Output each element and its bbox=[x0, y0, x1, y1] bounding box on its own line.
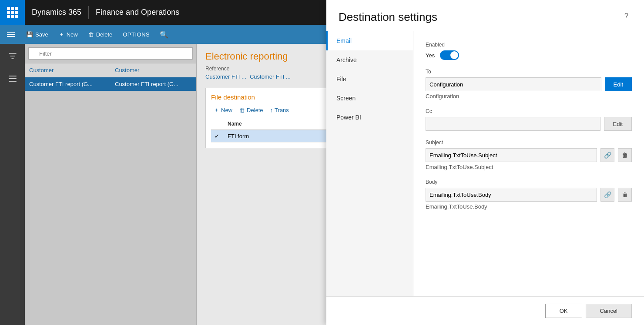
settings-nav-file-label: File bbox=[336, 76, 346, 83]
reference-link-2[interactable]: Customer FTI ... bbox=[250, 73, 291, 80]
file-trans-icon: ↑ bbox=[270, 107, 273, 113]
close-icon: ? bbox=[624, 12, 628, 20]
list-col2-header[interactable]: Customer bbox=[111, 63, 196, 77]
settings-nav-archive-label: Archive bbox=[336, 56, 357, 63]
file-new-plus-icon: ＋ bbox=[214, 106, 219, 114]
hamburger-line-2 bbox=[7, 34, 15, 35]
cc-edit-button[interactable]: Edit bbox=[604, 117, 632, 131]
yes-label: Yes bbox=[426, 52, 435, 59]
settings-header: Destination settings ? bbox=[326, 0, 644, 31]
cancel-button[interactable]: Cancel bbox=[586, 304, 632, 318]
file-trans-button[interactable]: ↑ Trans bbox=[268, 106, 292, 114]
app-title: Dynamics 365 bbox=[25, 8, 88, 17]
file-delete-icon: 🗑 bbox=[239, 107, 245, 113]
cc-label: Cc bbox=[426, 108, 632, 114]
cc-group: Cc Edit bbox=[426, 108, 632, 131]
body-input[interactable] bbox=[426, 188, 597, 202]
file-delete-button[interactable]: 🗑 Delete bbox=[237, 106, 266, 114]
settings-nav-screen-label: Screen bbox=[336, 95, 356, 102]
row-check-cell: ✓ bbox=[211, 130, 224, 143]
settings-close-button[interactable]: ? bbox=[621, 10, 632, 22]
enabled-group: Enabled Yes bbox=[426, 42, 632, 60]
list-icon[interactable] bbox=[5, 71, 20, 86]
list-col1-header[interactable]: Customer bbox=[25, 63, 111, 77]
subject-clear-button[interactable]: 🗑 bbox=[618, 148, 632, 162]
enabled-toggle[interactable] bbox=[440, 50, 459, 60]
file-new-button[interactable]: ＋ New bbox=[211, 105, 235, 115]
to-edit-button[interactable]: Edit bbox=[605, 77, 632, 91]
filter-icon[interactable] bbox=[5, 48, 20, 64]
file-delete-label: Delete bbox=[247, 107, 263, 113]
search-button[interactable]: 🔍 bbox=[158, 28, 171, 40]
body-group: Body 🔗 🗑 Emailing.TxtToUse.Body bbox=[426, 179, 632, 210]
to-label: To bbox=[426, 69, 632, 75]
cc-row: Edit bbox=[426, 117, 632, 131]
filter-wrap: 🔍 bbox=[28, 47, 193, 60]
cc-input[interactable] bbox=[426, 117, 600, 131]
hamburger-menu-button[interactable] bbox=[3, 28, 18, 40]
subject-group: Subject 🔗 🗑 Emailing.TxtToUse.Subject bbox=[426, 139, 632, 170]
destination-settings-panel: Destination settings ? Email Archive Fil… bbox=[326, 0, 644, 325]
trash-icon: 🗑 bbox=[622, 152, 628, 159]
file-trans-label: Trans bbox=[275, 107, 289, 113]
save-icon: 💾 bbox=[26, 31, 33, 38]
filter-bar: 🔍 bbox=[25, 44, 196, 63]
to-input[interactable] bbox=[426, 77, 601, 91]
settings-nav-archive[interactable]: Archive bbox=[326, 50, 413, 70]
filter-input[interactable] bbox=[28, 47, 193, 60]
link-icon-body: 🔗 bbox=[604, 191, 611, 198]
enabled-label: Enabled bbox=[426, 42, 632, 48]
svg-rect-0 bbox=[9, 76, 17, 76]
list-panel: 🔍 Customer Customer Customer FTI report … bbox=[25, 44, 197, 325]
left-icon-panel bbox=[0, 44, 25, 325]
body-row: 🔗 🗑 bbox=[426, 188, 632, 202]
svg-rect-2 bbox=[9, 81, 17, 82]
list-row-col2: Customer FTI report (G... bbox=[111, 77, 196, 91]
enabled-row: Yes bbox=[426, 50, 632, 60]
svg-rect-1 bbox=[9, 78, 17, 79]
trash-icon-body: 🗑 bbox=[622, 191, 628, 198]
to-value-display: Configuration bbox=[426, 93, 459, 99]
subject-input[interactable] bbox=[426, 148, 597, 162]
delete-button[interactable]: 🗑 Delete bbox=[84, 29, 117, 40]
body-value-display: Emailing.TxtToUse.Body bbox=[426, 203, 487, 210]
settings-nav-powerbi-label: Power BI bbox=[336, 114, 361, 121]
hamburger-line-3 bbox=[7, 36, 15, 37]
settings-nav: Email Archive File Screen Power BI bbox=[326, 31, 413, 296]
subject-label: Subject bbox=[426, 139, 632, 146]
to-row: Edit bbox=[426, 77, 632, 91]
new-label: New bbox=[67, 31, 78, 38]
subject-row: 🔗 🗑 bbox=[426, 148, 632, 162]
save-label: Save bbox=[35, 31, 48, 38]
body-link-button[interactable]: 🔗 bbox=[600, 188, 614, 202]
file-new-label: New bbox=[221, 107, 232, 113]
new-button[interactable]: ＋ New bbox=[54, 28, 82, 41]
settings-nav-file[interactable]: File bbox=[326, 70, 413, 89]
list-header: Customer Customer bbox=[25, 63, 196, 77]
settings-body: Email Archive File Screen Power BI Enabl… bbox=[326, 31, 644, 296]
settings-title: Destination settings bbox=[339, 10, 437, 24]
settings-nav-powerbi[interactable]: Power BI bbox=[326, 108, 413, 127]
save-button[interactable]: 💾 Save bbox=[22, 29, 53, 40]
hamburger-line-1 bbox=[7, 32, 15, 33]
reference-link-1[interactable]: Customer FTI ... bbox=[205, 73, 246, 80]
apps-grid-icon bbox=[7, 7, 18, 18]
settings-form: Enabled Yes To Edit Configuration bbox=[413, 31, 644, 296]
ok-button[interactable]: OK bbox=[545, 304, 582, 318]
subject-link-button[interactable]: 🔗 bbox=[600, 148, 614, 162]
options-button[interactable]: OPTIONS bbox=[118, 29, 154, 40]
settings-footer: OK Cancel bbox=[326, 296, 644, 325]
subject-value-display: Emailing.TxtToUse.Subject bbox=[426, 164, 493, 170]
col-check bbox=[211, 118, 224, 130]
list-row[interactable]: Customer FTI report (G... Customer FTI r… bbox=[25, 77, 196, 91]
search-icon: 🔍 bbox=[160, 30, 168, 39]
list-row-col1: Customer FTI report (G... bbox=[25, 77, 111, 91]
delete-label: Delete bbox=[96, 31, 113, 38]
plus-icon: ＋ bbox=[59, 30, 64, 38]
apps-launcher[interactable] bbox=[0, 0, 25, 25]
settings-nav-screen[interactable]: Screen bbox=[326, 89, 413, 108]
body-clear-button[interactable]: 🗑 bbox=[618, 188, 632, 202]
delete-icon: 🗑 bbox=[88, 31, 94, 38]
settings-nav-email-label: Email bbox=[336, 37, 352, 44]
settings-nav-email[interactable]: Email bbox=[326, 31, 413, 50]
